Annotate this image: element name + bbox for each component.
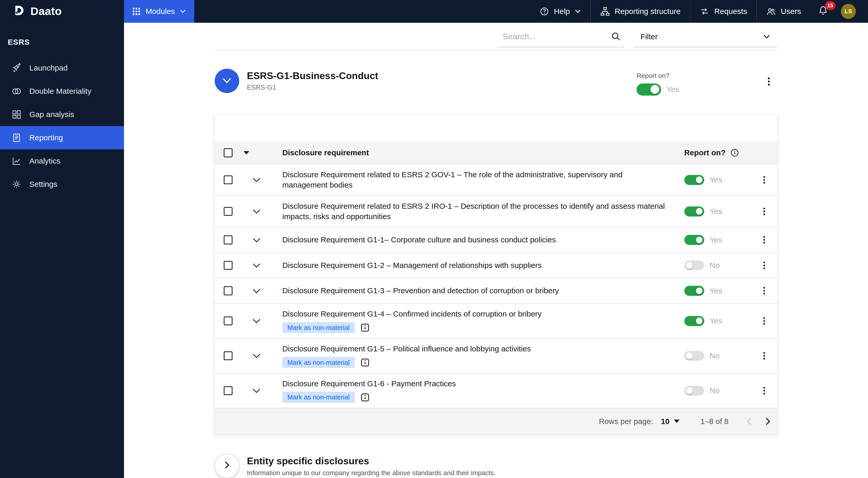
hierarchy-icon xyxy=(600,7,610,16)
info-square-icon[interactable] xyxy=(361,393,369,402)
mark-non-material-chip[interactable]: Mark as non-material xyxy=(282,322,355,333)
topbar: Daato Modules Help Reporting structure R xyxy=(0,0,868,23)
sidebar-item-reporting[interactable]: Reporting xyxy=(0,126,124,149)
expand-row-chevron-icon[interactable] xyxy=(252,206,261,216)
report-on-toggle[interactable] xyxy=(684,261,704,271)
report-icon xyxy=(11,133,22,143)
help-button[interactable]: Help xyxy=(530,0,590,23)
standard-kebab-menu[interactable] xyxy=(763,75,775,89)
expand-row-chevron-icon[interactable] xyxy=(252,261,261,271)
column-header-disclosure: Disclosure requirement xyxy=(282,148,684,157)
table-row: Disclosure Requirement G1-1– Corporate c… xyxy=(215,227,777,252)
chevron-down-icon xyxy=(180,9,186,13)
entity-title: Entity specific disclosures xyxy=(247,455,496,467)
topbar-item-requests[interactable]: Requests xyxy=(690,0,756,23)
search-icon[interactable] xyxy=(611,32,621,41)
select-menu-caret-icon[interactable] xyxy=(244,151,249,154)
report-on-toggle[interactable] xyxy=(684,316,704,326)
row-checkbox[interactable] xyxy=(224,286,232,295)
info-square-icon[interactable] xyxy=(361,323,369,332)
disclosure-requirement-text: Disclosure Requirement G1-2 – Management… xyxy=(282,260,670,271)
expand-row-chevron-icon[interactable] xyxy=(252,386,261,395)
report-on-toggle[interactable] xyxy=(684,235,704,245)
expand-row-chevron-icon[interactable] xyxy=(252,235,261,245)
brand[interactable]: Daato xyxy=(0,0,124,23)
toggle-state-label: Yes xyxy=(710,175,722,184)
row-checkbox[interactable] xyxy=(224,261,232,270)
rows-per-page-label: Rows per page: xyxy=(599,417,653,426)
chevron-down-icon xyxy=(764,34,770,39)
chevron-down-icon xyxy=(575,9,581,13)
expand-entity-button[interactable] xyxy=(215,454,239,478)
report-on-toggle[interactable] xyxy=(684,351,704,361)
rocket-icon xyxy=(11,63,22,73)
next-page-button[interactable] xyxy=(766,418,771,425)
sidebar-section-label: ESRS xyxy=(0,23,124,56)
standard-header: ESRS-G1-Business-Conduct ESRS-G1 Report … xyxy=(215,50,777,93)
app: Daato Modules Help Reporting structure R xyxy=(0,0,868,478)
sidebar-item-settings[interactable]: Settings xyxy=(0,173,124,196)
row-kebab-menu[interactable] xyxy=(758,260,770,271)
expand-row-chevron-icon[interactable] xyxy=(252,286,261,296)
report-on-toggle[interactable] xyxy=(684,206,704,216)
expand-row-chevron-icon[interactable] xyxy=(252,316,261,326)
section-divider xyxy=(215,438,777,438)
row-checkbox[interactable] xyxy=(224,351,232,360)
collapse-standard-button[interactable] xyxy=(215,69,239,93)
grid-icon xyxy=(11,110,22,120)
row-kebab-menu[interactable] xyxy=(758,385,770,396)
expand-row-chevron-icon[interactable] xyxy=(252,175,261,185)
select-all-checkbox[interactable] xyxy=(224,148,232,157)
row-kebab-menu[interactable] xyxy=(758,315,770,327)
sidebar-item-double-materiality[interactable]: Double Materiality xyxy=(0,80,124,103)
topbar-item-users[interactable]: Users xyxy=(756,0,810,23)
info-icon[interactable] xyxy=(731,149,739,157)
mark-non-material-chip[interactable]: Mark as non-material xyxy=(282,392,355,403)
sidebar-item-gap-analysis[interactable]: Gap analysis xyxy=(0,103,124,126)
row-kebab-menu[interactable] xyxy=(758,285,770,297)
daato-logo-icon xyxy=(14,5,25,18)
disclosure-requirement-text: Disclosure Requirement related to ESRS 2… xyxy=(282,170,670,190)
user-avatar[interactable]: LS xyxy=(841,4,856,19)
disclosure-requirement-text: Disclosure Requirement G1-5 – Political … xyxy=(282,343,670,354)
brand-name: Daato xyxy=(30,5,62,18)
pagination: Rows per page: 10 1–8 of 8 xyxy=(215,408,777,434)
standard-code: ESRS-G1 xyxy=(247,84,378,91)
table-row: Disclosure Requirement G1-3 – Prevention… xyxy=(215,278,777,303)
search-input[interactable] xyxy=(503,32,611,41)
row-kebab-menu[interactable] xyxy=(758,234,770,246)
standard-report-toggle[interactable] xyxy=(637,84,661,96)
sidebar-item-analytics[interactable]: Analytics xyxy=(0,149,124,173)
toggle-state-label: Yes xyxy=(710,207,722,216)
info-square-icon[interactable] xyxy=(361,358,369,367)
row-kebab-menu[interactable] xyxy=(758,206,770,217)
sidebar-item-launchpad[interactable]: Launchpad xyxy=(0,56,124,80)
topbar-item-reporting-structure[interactable]: Reporting structure xyxy=(590,0,690,23)
row-checkbox[interactable] xyxy=(224,207,232,216)
chevron-down-icon xyxy=(222,76,231,86)
help-label: Help xyxy=(554,7,570,16)
toggle-state-label: Yes xyxy=(710,236,722,244)
rows-per-page-select[interactable]: 10 xyxy=(661,417,679,426)
row-checkbox[interactable] xyxy=(224,317,232,325)
mark-non-material-chip[interactable]: Mark as non-material xyxy=(282,357,355,368)
row-checkbox[interactable] xyxy=(224,235,232,244)
report-on-toggle[interactable] xyxy=(684,286,704,296)
filter-dropdown[interactable]: Filter xyxy=(633,26,777,47)
row-checkbox[interactable] xyxy=(224,175,232,184)
modules-button[interactable]: Modules xyxy=(124,0,194,23)
row-kebab-menu[interactable] xyxy=(758,174,770,186)
table-body: Disclosure Requirement related to ESRS 2… xyxy=(215,164,777,408)
report-on-toggle[interactable] xyxy=(684,386,704,396)
expand-row-chevron-icon[interactable] xyxy=(252,351,261,361)
table-row: Disclosure Requirement G1-2 – Management… xyxy=(215,252,777,278)
help-icon xyxy=(540,7,549,16)
notifications-button[interactable]: 15 xyxy=(810,0,836,23)
prev-page-button[interactable] xyxy=(746,418,751,425)
standard-title: ESRS-G1-Business-Conduct xyxy=(247,70,378,81)
row-checkbox[interactable] xyxy=(224,386,232,395)
row-kebab-menu[interactable] xyxy=(758,350,770,362)
requests-icon xyxy=(700,7,709,16)
search-box[interactable] xyxy=(497,26,624,47)
report-on-toggle[interactable] xyxy=(684,175,704,185)
